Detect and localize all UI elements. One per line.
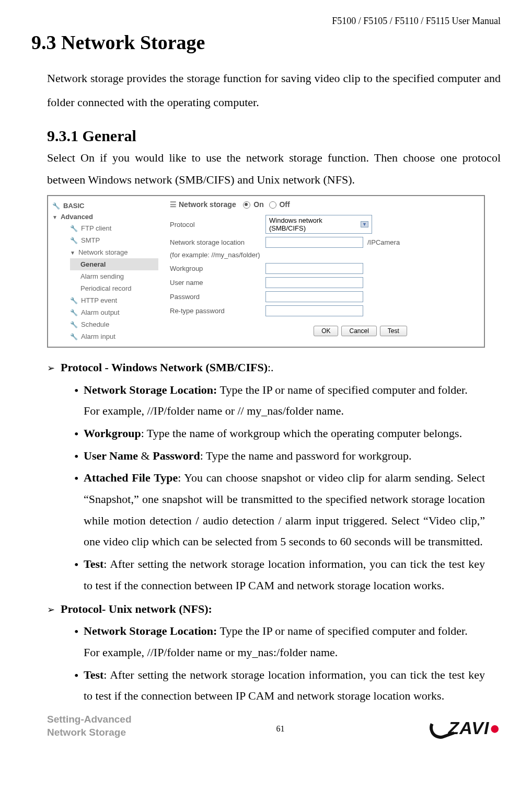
input-location[interactable] (265, 237, 363, 248)
bullet-workgroup: Workgroup: Type the name of workgroup wh… (84, 423, 485, 444)
location-example: (for example: //my_nas/folder) (170, 251, 478, 259)
dot-bullet-icon (74, 665, 84, 707)
bullet-test: Test: After setting the network storage … (84, 554, 485, 596)
nav-ftp[interactable]: FTP client (60, 222, 158, 234)
nav-http-event[interactable]: HTTP event (60, 294, 158, 306)
bullet-attached-file-type: Attached File Type: You can choose snaps… (84, 467, 485, 553)
header-product-line: F5100 / F5105 / F5110 / F5115 User Manua… (31, 16, 501, 27)
panel-icon (170, 200, 179, 209)
subsection-heading: 9.3.1 General (47, 127, 501, 145)
subsection-intro: Select On if you would like to use the n… (47, 147, 501, 191)
nav-schedule[interactable]: Schedule (60, 318, 158, 330)
dot-bullet-icon (74, 554, 84, 596)
bullet-nsl-cont: For example, //IP/folder name or // my_n… (84, 401, 485, 422)
dot-bullet-icon (74, 445, 84, 467)
nav-network-storage[interactable]: Network storage (60, 246, 158, 258)
bullet-nsl2: Network Storage Location: Type the IP or… (84, 621, 485, 642)
wrench-icon (70, 321, 78, 328)
nav-alarm-sending[interactable]: Alarm sending (70, 270, 158, 282)
input-workgroup[interactable] (265, 263, 363, 274)
label-username: User name (170, 279, 261, 287)
ok-button[interactable]: OK (314, 326, 338, 336)
dot-bullet-icon (74, 467, 84, 553)
nav-periodical-record[interactable]: Periodical record (70, 282, 158, 294)
panel-title: Network storage On Off (170, 200, 478, 209)
label-workgroup: Workgroup (170, 265, 261, 272)
bullet-nsl: Network Storage Location: Type the IP or… (84, 380, 485, 401)
wrench-icon (70, 333, 78, 340)
settings-screenshot: BASIC Advanced FTP client SMTP Network s… (47, 195, 485, 348)
dot-bullet-icon (74, 423, 84, 444)
label-protocol: Protocol (170, 221, 261, 228)
wrench-icon (70, 224, 78, 232)
intro-paragraph: Network storage provides the storage fun… (47, 66, 501, 115)
bullet-nsl2-cont: For example, //IP/folder name or my_nas:… (84, 642, 485, 664)
dot-bullet-icon (74, 621, 84, 642)
input-password[interactable] (265, 291, 363, 302)
wrench-icon (70, 308, 78, 316)
label-retype-password: Re-type password (170, 307, 261, 315)
nav-alarm-output[interactable]: Alarm output (60, 306, 158, 318)
nav-general[interactable]: General (70, 258, 158, 270)
section-heading: 9.3 Network Storage (31, 31, 501, 54)
radio-on[interactable] (243, 201, 250, 209)
wrench-icon (52, 202, 60, 210)
select-protocol[interactable]: Windows network (SMB/CIFS)▼ (265, 215, 372, 234)
nav-smtp[interactable]: SMTP (60, 234, 158, 246)
wrench-icon (70, 296, 78, 304)
location-suffix: /IPCamera (367, 238, 400, 246)
nav-sidebar: BASIC Advanced FTP client SMTP Network s… (48, 196, 161, 347)
input-username[interactable] (265, 277, 363, 288)
test-button[interactable]: Test (380, 326, 407, 336)
bullet-test2: Test: After setting the network storage … (84, 665, 485, 707)
nav-advanced[interactable]: Advanced (51, 211, 158, 222)
bullet-list: Protocol - Windows Network (SMB/CIFS):. … (47, 357, 485, 707)
page-number: 61 (132, 724, 430, 734)
nav-alarm-input[interactable]: Alarm input (60, 330, 158, 342)
arrow-down-icon (52, 213, 57, 221)
radio-off[interactable] (269, 201, 276, 209)
select-arrow-icon: ▼ (361, 221, 368, 227)
page-footer: Setting-Advanced Network Storage 61 ZAVI… (31, 713, 501, 739)
bullet-user-pass: User Name & Password: Type the name and … (84, 445, 485, 467)
nav-basic[interactable]: BASIC (51, 200, 158, 211)
bullet-protocol-smb: Protocol - Windows Network (SMB/CIFS):. (61, 357, 485, 379)
input-retype-password[interactable] (265, 305, 363, 316)
brand-logo: ZAVI● (430, 717, 501, 739)
arrow-bullet-icon (47, 599, 61, 620)
label-location: Network storage location (170, 238, 261, 246)
arrow-down-icon (70, 248, 75, 256)
bullet-protocol-nfs: Protocol- Unix network (NFS): (61, 599, 485, 620)
wrench-icon (70, 236, 78, 244)
label-password: Password (170, 293, 261, 301)
main-panel: Network storage On Off Protocol Windows … (161, 196, 484, 347)
dot-bullet-icon (74, 380, 84, 401)
arrow-bullet-icon (47, 357, 61, 379)
cancel-button[interactable]: Cancel (341, 326, 376, 336)
footer-breadcrumb: Setting-Advanced Network Storage (47, 713, 132, 739)
